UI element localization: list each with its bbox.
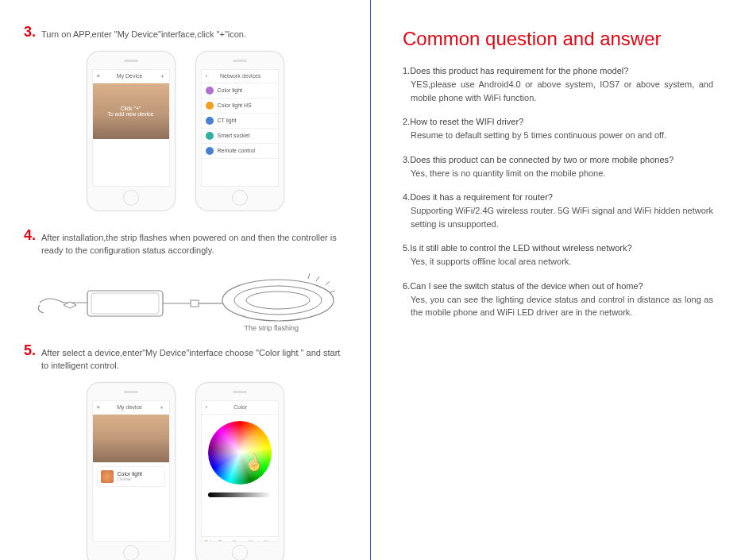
screen-header: ≡ My Device ＋ <box>93 70 169 83</box>
step-text: After installation,the strip flashes whe… <box>41 227 346 257</box>
home-button-icon <box>232 545 248 561</box>
step5-phones: ≡ My device ＋ Color light Online <box>24 382 346 561</box>
qa-answer: Resume to default setting by 5 times con… <box>403 129 713 142</box>
screen-header: ≡ My device ＋ <box>93 401 169 415</box>
list-item: Color light HS <box>202 98 278 114</box>
list-item: Smart socket <box>202 129 278 144</box>
device-icon <box>206 132 214 140</box>
screen-body: Click "+" To add new device <box>93 83 169 187</box>
phone-speaker-icon <box>233 391 247 393</box>
row-label: Color light <box>218 87 243 93</box>
svg-line-8 <box>326 281 330 285</box>
home-button-icon <box>123 190 139 206</box>
step3-phones: ≡ My Device ＋ Click "+" To add new devic… <box>24 51 346 211</box>
menu-icon: ≡ <box>97 404 100 410</box>
qa-item: 1.Does this product has requirement for … <box>403 66 713 104</box>
qa-item: 6.Can I see the switch status of the dev… <box>403 281 713 319</box>
qa-heading: Common question and answer <box>403 28 713 50</box>
hero-text-2: To add new device <box>108 111 154 117</box>
screen-title: My device <box>117 404 142 410</box>
plus-icon: ＋ <box>160 72 165 80</box>
menu-icon: ≡ <box>97 73 100 79</box>
qa-question: 5.Is it still able to control the LED wi… <box>403 243 713 253</box>
qa-answer: Yes, it supports offline local area netw… <box>403 255 713 268</box>
qa-answer: YES,please use Android4.0 or above syste… <box>403 78 713 104</box>
phone-screen: ≡ My device ＋ Color light Online <box>92 400 170 542</box>
led-strip-figure: The strip flashing <box>32 267 338 330</box>
qa-question: 2.How to reset the WIFI driver? <box>403 117 713 126</box>
figure-caption: The strip flashing <box>244 324 299 332</box>
hero-text-1: Click "+" <box>120 106 141 111</box>
device-icon <box>206 147 214 155</box>
screen-body: Color light Color light HS CT light Smar… <box>202 83 278 187</box>
phone-speaker-icon <box>233 60 247 62</box>
list-item: Color light <box>202 83 278 98</box>
brightness-slider <box>208 492 272 497</box>
screen-title: Network devices <box>220 73 261 79</box>
device-icon <box>206 117 214 125</box>
left-page: 3. Turn on APP,enter "My Device"interfac… <box>0 0 370 560</box>
qa-item: 3.Does this product can be connected by … <box>403 155 713 180</box>
screen-header: ‹ Color <box>202 401 278 415</box>
back-icon: ‹ <box>206 73 207 79</box>
phone-screen: ‹ Color ☝ Color Timer Scene Music More <box>201 400 279 542</box>
tab: Color <box>204 539 215 542</box>
device-thumb-icon <box>101 470 114 483</box>
phone-screen: ‹ Network devices Color light Color ligh… <box>201 69 279 187</box>
qa-answer: Yes, there is no quantity limit on the m… <box>403 167 713 180</box>
phone-speaker-icon <box>124 391 138 393</box>
qa-item: 4.Does it has a requirement for router? … <box>403 192 713 230</box>
screen-header: ‹ Network devices <box>202 70 278 83</box>
step-text: Turn on APP,enter "My Device"interface,c… <box>41 24 246 41</box>
hero-image: Click "+" To add new device <box>93 83 169 139</box>
svg-point-6 <box>246 292 310 309</box>
plus-icon: ＋ <box>159 404 164 411</box>
svg-line-10 <box>308 273 310 279</box>
step-4: 4. After installation,the strip flashes … <box>24 227 346 257</box>
qa-answer: Supporting WiFi/2.4G wireless router. 5G… <box>403 204 713 230</box>
tab-row: Color Timer Scene Music More <box>202 536 278 542</box>
card-sub: Online <box>118 477 143 481</box>
phone-screen: ≡ My Device ＋ Click "+" To add new devic… <box>92 69 170 187</box>
list-item: CT light <box>202 114 278 129</box>
step-text: After select a device,enter"My Device"in… <box>41 342 346 373</box>
device-icon <box>206 102 214 110</box>
svg-rect-0 <box>87 291 163 316</box>
step-5: 5. After select a device,enter"My Device… <box>24 342 346 373</box>
qa-answer: Yes, you can see the lighting device sta… <box>403 293 713 319</box>
svg-point-5 <box>234 286 322 315</box>
device-card: Color light Online <box>97 466 165 487</box>
qa-item: 2.How to reset the WIFI driver? Resume t… <box>403 117 713 142</box>
step-number: 5. <box>24 342 41 373</box>
row-label: Remote control <box>218 148 255 153</box>
screen-body: Color light Online <box>93 415 169 542</box>
phone-color-control: ‹ Color ☝ Color Timer Scene Music More <box>195 382 284 561</box>
led-strip-illustration <box>32 267 349 330</box>
tab: Timer <box>218 539 230 542</box>
phone-my-device: ≡ My Device ＋ Click "+" To add new devic… <box>87 51 176 211</box>
tab: Scene <box>233 539 246 542</box>
row-label: Smart socket <box>218 133 250 138</box>
right-page: Common question and answer 1.Does this p… <box>371 0 741 560</box>
home-button-icon <box>232 190 248 206</box>
screen-title: Color <box>233 404 247 410</box>
tab: More <box>264 539 275 542</box>
screen-title: My Device <box>117 73 143 79</box>
screen-body: ☝ Color Timer Scene Music More <box>202 421 278 542</box>
phone-my-device-selected: ≡ My device ＋ Color light Online <box>87 382 176 561</box>
svg-line-9 <box>330 291 335 292</box>
hand-pointer-icon: ☝ <box>241 450 266 474</box>
device-icon <box>206 87 214 95</box>
step-3: 3. Turn on APP,enter "My Device"interfac… <box>24 24 346 41</box>
card-title: Color light <box>118 471 143 477</box>
color-wheel: ☝ <box>208 421 272 485</box>
step-number: 4. <box>24 227 41 257</box>
tab: Music <box>249 539 261 542</box>
qa-item: 5.Is it still able to control the LED wi… <box>403 243 713 268</box>
row-label: Color light HS <box>218 102 252 108</box>
svg-line-7 <box>316 276 319 281</box>
qa-question: 1.Does this product has requirement for … <box>403 66 713 75</box>
phone-network-devices: ‹ Network devices Color light Color ligh… <box>195 51 284 211</box>
svg-rect-3 <box>191 300 199 307</box>
qa-question: 4.Does it has a requirement for router? <box>403 192 713 202</box>
